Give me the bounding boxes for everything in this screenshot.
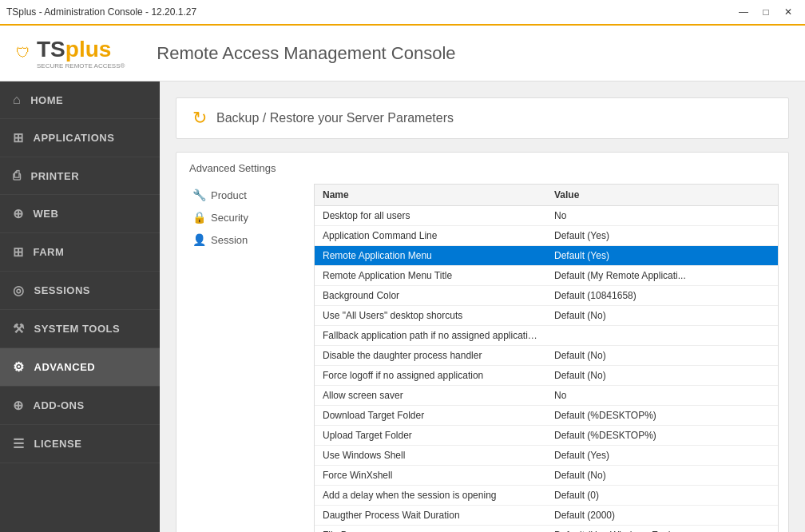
cell-value: Default (0) (546, 486, 778, 505)
sidebar-label-applications: APPLICATIONS (34, 132, 115, 144)
sidebar-label-farm: FARM (34, 246, 65, 258)
farm-icon: ⊞ (13, 244, 24, 260)
table-row[interactable]: Desktop for all users No (315, 206, 778, 226)
table-row[interactable]: Add a delay when the session is opening … (315, 486, 778, 506)
system-tools-icon: ⚒ (13, 321, 25, 336)
nav-label-product: Product (211, 189, 247, 201)
cell-value: Default (Yes) (546, 246, 778, 265)
maximize-button[interactable]: □ (755, 4, 776, 20)
sidebar-item-advanced[interactable]: ⚙ ADVANCED (0, 348, 160, 387)
titlebar-title: TSplus - Administration Console - 12.20.… (6, 6, 196, 18)
cell-value: Default (%DESKTOP%) (546, 426, 778, 445)
cell-value: Default (No) (546, 346, 778, 365)
sidebar-label-sessions: SESSIONS (34, 284, 90, 296)
applications-icon: ⊞ (13, 130, 24, 145)
sidebar: ⌂ HOME⊞ APPLICATIONS⎙ PRINTER⊕ WEB⊞ FARM… (0, 81, 160, 532)
cell-name: Daugther Process Wait Duration (315, 506, 546, 525)
sidebar-item-home[interactable]: ⌂ HOME (0, 81, 160, 119)
sidebar-label-home: HOME (30, 94, 63, 106)
settings-section-title: Advanced Settings (186, 162, 779, 174)
sidebar-label-add-ons: ADD-ONS (34, 399, 85, 411)
add-ons-icon: ⊕ (13, 398, 24, 413)
nav-label-session: Session (211, 234, 248, 246)
cell-name: Download Target Folder (315, 406, 546, 425)
page-header-title: Backup / Restore your Server Parameters (216, 111, 454, 125)
sidebar-item-applications[interactable]: ⊞ APPLICATIONS (0, 119, 160, 157)
table-row[interactable]: Background Color Default (10841658) (315, 286, 778, 306)
sidebar-label-system-tools: SYSTEM TOOLS (34, 323, 121, 335)
table-row[interactable]: Fallback application path if no assigned… (315, 326, 778, 346)
header-title: Remote Access Management Console (157, 43, 455, 64)
logo-plus: plus (65, 37, 112, 62)
cell-name: Allow screen saver (315, 386, 546, 405)
nav-label-security: Security (211, 212, 248, 224)
cell-value: Default (10841658) (546, 286, 778, 305)
titlebar: TSplus - Administration Console - 12.20.… (0, 0, 805, 26)
nav-item-session[interactable]: 👤 Session (186, 228, 314, 251)
nav-item-product[interactable]: 🔧 Product (186, 184, 314, 206)
cell-value (546, 326, 778, 345)
table-row[interactable]: Daugther Process Wait Duration Default (… (315, 506, 778, 526)
sidebar-item-system-tools[interactable]: ⚒ SYSTEM TOOLS (0, 310, 160, 348)
table-row[interactable]: Force WinXshell Default (No) (315, 466, 778, 486)
table-row[interactable]: Use "All Users" desktop shorcuts Default… (315, 306, 778, 326)
cell-name: Use "All Users" desktop shorcuts (315, 306, 546, 325)
cell-value: No (546, 206, 778, 225)
table-row[interactable]: Disable the daughter process handler Def… (315, 346, 778, 366)
nav-item-security[interactable]: 🔒 Security (186, 206, 314, 228)
sidebar-item-license[interactable]: ☰ LICENSE (0, 425, 160, 463)
table-row[interactable]: Application Command Line Default (Yes) (315, 226, 778, 246)
table-row[interactable]: Force logoff if no assigned application … (315, 366, 778, 386)
sidebar-label-advanced: ADVANCED (34, 361, 96, 373)
logo-text: TSplus SECURE REMOTE ACCESS® (37, 37, 125, 69)
table-row[interactable]: Remote Application Menu Title Default (M… (315, 266, 778, 286)
sidebar-item-web[interactable]: ⊕ WEB (0, 195, 160, 233)
col-name-header: Name (315, 185, 546, 205)
settings-layout: 🔧 Product🔒 Security👤 Session Name Value … (186, 184, 779, 532)
cell-name: Force logoff if no assigned application (315, 366, 546, 385)
cell-value: Default (No) (546, 306, 778, 325)
cell-value: Default (Use Windows Explo... (546, 526, 778, 532)
logo-tagline: SECURE REMOTE ACCESS® (37, 62, 125, 69)
close-button[interactable]: ✕ (778, 4, 799, 20)
home-icon: ⌂ (13, 93, 21, 107)
sidebar-item-sessions[interactable]: ◎ SESSIONS (0, 272, 160, 310)
table-row[interactable]: Download Target Folder Default (%DESKTOP… (315, 406, 778, 426)
cell-value: Default (%DESKTOP%) (546, 406, 778, 425)
advanced-icon: ⚙ (13, 359, 25, 375)
table-row[interactable]: Allow screen saver No (315, 386, 778, 406)
table-header: Name Value (315, 185, 778, 206)
sidebar-item-add-ons[interactable]: ⊕ ADD-ONS (0, 387, 160, 425)
cell-name: Background Color (315, 286, 546, 305)
cell-value: Default (2000) (546, 506, 778, 525)
settings-table: Name Value Desktop for all users NoAppli… (314, 184, 779, 532)
logo: 🛡 TSplus SECURE REMOTE ACCESS® (16, 37, 125, 69)
sidebar-item-printer[interactable]: ⎙ PRINTER (0, 157, 160, 195)
settings-panel: Advanced Settings 🔧 Product🔒 Security👤 S… (176, 152, 789, 532)
table-row[interactable]: Remote Application Menu Default (Yes) (315, 246, 778, 266)
cell-name: Remote Application Menu (315, 246, 546, 265)
logo-shield-icon: 🛡 (16, 45, 30, 62)
cell-value: Default (No) (546, 466, 778, 485)
table-row[interactable]: File Browser Default (Use Windows Explo.… (315, 526, 778, 532)
settings-nav: 🔧 Product🔒 Security👤 Session (186, 184, 314, 532)
sidebar-label-license: LICENSE (34, 438, 82, 450)
sidebar-label-web: WEB (34, 208, 59, 220)
session-nav-icon: 👤 (192, 233, 206, 246)
cell-value: Default (Yes) (546, 226, 778, 245)
table-row[interactable]: Use Windows Shell Default (Yes) (315, 446, 778, 466)
cell-value: Default (My Remote Applicati... (546, 266, 778, 285)
cell-name: Fallback application path if no assigned… (315, 326, 546, 345)
table-row[interactable]: Upload Target Folder Default (%DESKTOP%) (315, 426, 778, 446)
logo-ts: TS (37, 37, 65, 62)
cell-name: Upload Target Folder (315, 426, 546, 445)
minimize-button[interactable]: — (733, 4, 754, 20)
printer-icon: ⎙ (13, 169, 22, 183)
cell-value: Default (Yes) (546, 446, 778, 465)
cell-name: Desktop for all users (315, 206, 546, 225)
sidebar-item-farm[interactable]: ⊞ FARM (0, 233, 160, 272)
cell-name: Add a delay when the session is opening (315, 486, 546, 505)
page-header: ↻ Backup / Restore your Server Parameter… (176, 97, 789, 139)
header: 🛡 TSplus SECURE REMOTE ACCESS® Remote Ac… (0, 26, 805, 81)
cell-value: No (546, 386, 778, 405)
